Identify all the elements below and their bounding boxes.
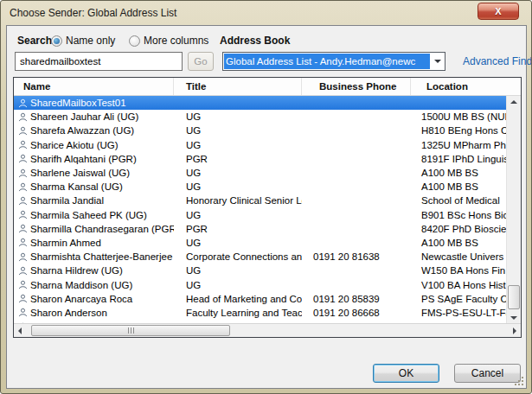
contact-location: 8191F IPhD Linguis <box>411 154 506 164</box>
contact-location: V100 BA Hons Hist <box>411 280 506 290</box>
contact-name: Sharmin Ahmed <box>30 238 101 248</box>
scroll-up-icon[interactable] <box>510 100 517 104</box>
contact-title: Faculty Learning and Teac... <box>174 308 302 318</box>
resize-grip-icon[interactable] <box>515 377 524 386</box>
person-icon <box>18 154 28 163</box>
table-row[interactable]: Sharmila Saheed PK (UG) UG B901 BSc Hons… <box>14 208 506 222</box>
table-row[interactable]: Sharmishta Chatterjee-Banerjee Corporate… <box>14 250 506 264</box>
contact-location: FMS-PS-ESU-LT-Fa <box>411 308 506 318</box>
table-row[interactable]: Sharice Akiotu (UG) UG 1325U MPharm Ph <box>14 138 506 152</box>
contact-name: Sharma Kansal (UG) <box>30 181 123 192</box>
table-row[interactable]: Sharna Hildrew (UG) UG W150 BA Hons Fin <box>14 264 506 277</box>
table-row[interactable]: Sharma Kansal (UG) UG A100 MB BS <box>14 180 506 194</box>
contact-name: Sharlene Jaiswal (UG) <box>30 168 130 178</box>
advanced-find-link[interactable]: Advanced Find <box>463 55 532 67</box>
contact-title: Honorary Clinical Senior Le... <box>174 195 302 206</box>
table-row[interactable]: Sharon Anarcaya Roca Head of Marketing a… <box>14 292 506 306</box>
close-icon: X <box>495 6 501 16</box>
contact-title: UG <box>174 238 302 248</box>
column-header-location[interactable]: Location <box>411 78 521 95</box>
radio-name-only-label[interactable]: Name only <box>66 35 115 47</box>
contact-name: Sharice Akiotu (UG) <box>30 140 119 150</box>
close-button[interactable]: X <box>478 3 519 20</box>
table-row[interactable]: Sharmin Ahmed UG A100 MB BS <box>14 236 506 250</box>
contact-name: Sharmilla Chandrasegaran (PGR) <box>30 224 174 234</box>
vertical-scrollbar-thumb[interactable] <box>508 285 520 309</box>
contact-name: Sharmila Jandial <box>30 195 104 206</box>
address-book-label: Address Book <box>220 35 290 47</box>
person-icon <box>18 294 28 303</box>
table-row[interactable]: Shareen Jauhar Ali (UG) UG 1500U MB BS (… <box>14 110 506 124</box>
contact-title: UG <box>174 140 302 150</box>
person-icon <box>18 182 28 192</box>
contact-location: School of Medical <box>411 195 506 206</box>
table-row[interactable]: Sharefa Alwazzan (UG) UG H810 BEng Hons … <box>14 124 506 137</box>
horizontal-scrollbar[interactable] <box>14 323 521 337</box>
contact-name: Sharna Hildrew (UG) <box>30 265 123 276</box>
person-icon <box>18 168 28 178</box>
contact-location: PS SAgE Faculty Of <box>411 294 506 304</box>
table-row[interactable]: Sharna Maddison (UG) UG V100 BA Hons His… <box>14 277 506 291</box>
column-header-business-phone[interactable]: Business Phone <box>302 78 411 95</box>
contact-location: Newcastle Univers <box>411 251 506 262</box>
contact-business-phone: 0191 20 81638 <box>302 251 411 262</box>
person-icon <box>18 126 28 136</box>
cancel-button[interactable]: Cancel <box>454 364 521 383</box>
contact-location: H810 BEng Hons C <box>411 125 506 136</box>
contact-title: PGR <box>174 154 302 164</box>
contact-title: UG <box>174 280 302 290</box>
dropdown-arrow-button[interactable] <box>431 53 445 70</box>
list-body: SharedMailboxTest01 Shareen Jauhar Ali (… <box>14 96 521 323</box>
person-icon <box>18 140 28 149</box>
contact-name: Sharmila Saheed PK (UG) <box>30 210 147 220</box>
scroll-down-icon[interactable] <box>510 316 517 320</box>
title-bar[interactable]: Choose Sender: Global Address List X <box>1 1 531 25</box>
radio-more-columns-label[interactable]: More columns <box>144 35 208 47</box>
search-input[interactable] <box>15 52 183 71</box>
search-label: Search: <box>17 35 55 47</box>
dialog-body: Search: Name only More columns Address B… <box>6 25 527 389</box>
contact-location: 1500U MB BS (NUM <box>411 111 506 122</box>
horizontal-scrollbar-thumb[interactable] <box>31 325 230 336</box>
table-row[interactable]: Sharmila Jandial Honorary Clinical Senio… <box>14 194 506 207</box>
ok-button[interactable]: OK <box>373 364 439 383</box>
person-icon <box>18 308 28 317</box>
contact-name: Sharna Maddison (UG) <box>30 280 132 290</box>
scroll-right-icon[interactable] <box>513 327 516 334</box>
column-header-title[interactable]: Title <box>174 78 302 95</box>
contact-location: W150 BA Hons Fin <box>411 265 506 276</box>
address-list: Name Title Business Phone Location Share… <box>13 77 522 338</box>
person-icon <box>18 238 28 247</box>
table-row[interactable]: SharedMailboxTest01 <box>14 96 506 110</box>
radio-name-only[interactable] <box>51 35 62 47</box>
address-book-dropdown[interactable]: Global Address List - Andy.Hedman@newc <box>222 52 445 71</box>
contact-title: Corporate Connections an... <box>174 251 302 262</box>
list-rows: SharedMailboxTest01 Shareen Jauhar Ali (… <box>14 96 506 323</box>
person-icon <box>18 252 28 262</box>
table-row[interactable]: Sharon Anderson Faculty Learning and Tea… <box>14 306 506 320</box>
dialog-title: Choose Sender: Global Address List <box>10 7 176 19</box>
table-row[interactable]: Sharifh Alqahtani (PGR) PGR 8191F IPhD L… <box>14 152 506 166</box>
person-icon <box>18 196 28 206</box>
list-header: Name Title Business Phone Location <box>14 78 521 96</box>
contact-location: 8420F PhD Bioscie <box>411 224 506 234</box>
contact-title: UG <box>174 181 302 192</box>
person-icon <box>18 210 28 219</box>
table-row[interactable]: Sharlene Jaiswal (UG) UG A100 MB BS <box>14 166 506 180</box>
person-icon <box>18 224 28 233</box>
table-row[interactable]: Sharmilla Chandrasegaran (PGR) PGR 8420F… <box>14 222 506 236</box>
thumb-grip-icon <box>131 327 131 334</box>
column-header-name[interactable]: Name <box>14 78 174 95</box>
contact-title: PGR <box>174 224 302 234</box>
go-button[interactable]: Go <box>188 52 214 71</box>
contact-title: UG <box>174 125 302 136</box>
scroll-left-icon[interactable] <box>18 327 22 334</box>
person-icon <box>18 112 28 122</box>
contact-title: UG <box>174 111 302 122</box>
contact-name: Sharmishta Chatterjee-Banerjee <box>30 251 172 262</box>
contact-name: Sharefa Alwazzan (UG) <box>30 125 134 136</box>
contact-title: Head of Marketing and Co... <box>174 294 302 304</box>
contact-name: Shareen Jauhar Ali (UG) <box>30 111 138 122</box>
radio-more-columns[interactable] <box>129 35 140 47</box>
vertical-scrollbar[interactable] <box>506 96 521 323</box>
